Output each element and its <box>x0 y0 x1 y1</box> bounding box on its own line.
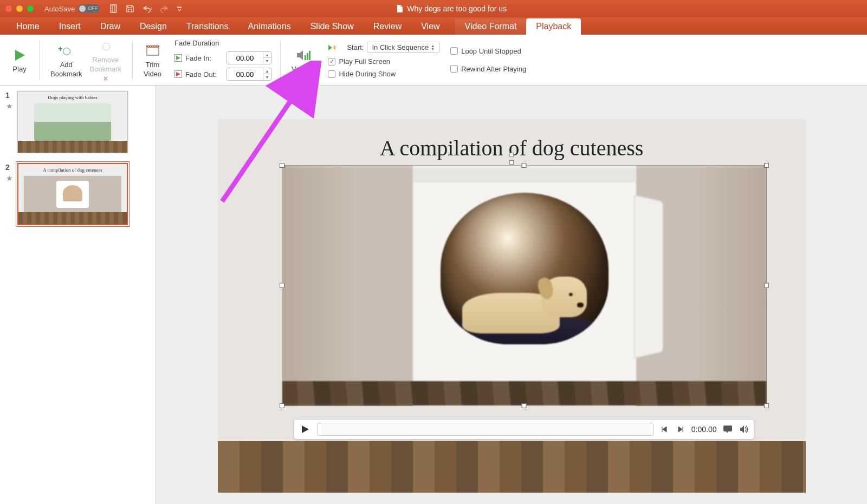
autosave-state: OFF <box>88 5 98 11</box>
undo-icon[interactable] <box>142 4 153 13</box>
loop-checkbox[interactable] <box>450 47 458 55</box>
title-handle-bottom[interactable] <box>509 160 514 165</box>
resize-handle-tm[interactable] <box>522 163 527 168</box>
resize-handle-bm[interactable] <box>522 403 527 408</box>
play-button[interactable]: Play <box>9 45 30 74</box>
play-full-screen-label: Play Full Screen <box>339 57 390 66</box>
window-controls <box>5 5 34 12</box>
window-minimize[interactable] <box>16 5 23 12</box>
loop-label: Loop Until Stopped <box>461 47 521 55</box>
trim-video-button[interactable]: Trim Video <box>141 41 164 79</box>
remove-bookmark-icon <box>98 41 113 51</box>
tab-video-format[interactable]: Video Format <box>455 18 527 35</box>
rewind-checkbox[interactable] <box>450 65 458 73</box>
window-close[interactable] <box>5 5 12 12</box>
fade-in-up[interactable]: ▲ <box>263 52 271 58</box>
resize-handle-br[interactable] <box>764 403 769 408</box>
thumbnail-1-row[interactable]: 1 ★ Dogs playing with babies <box>5 91 150 153</box>
slide-thumbnails-panel[interactable]: 1 ★ Dogs playing with babies 2 ★ A compi… <box>0 86 156 504</box>
add-bookmark-button[interactable]: Add Bookmark <box>48 41 85 79</box>
fade-out-down[interactable]: ▼ <box>263 74 271 80</box>
player-next-frame[interactable] <box>675 424 686 435</box>
hide-during-show-row[interactable]: Hide During Show <box>328 70 439 78</box>
slide-canvas[interactable]: A compilation of dog cuteness <box>218 119 806 493</box>
player-play-button[interactable] <box>299 423 312 436</box>
qat-customize-icon[interactable] <box>177 6 182 11</box>
window-maximize[interactable] <box>27 5 34 12</box>
tab-design[interactable]: Design <box>130 18 177 35</box>
svg-rect-12 <box>723 426 732 431</box>
fade-out-label: Fade Out: <box>185 70 223 78</box>
start-row: Start: In Click Sequence ▲▼ <box>328 42 439 53</box>
title-handle-top[interactable] <box>509 153 514 157</box>
document-title: Why dogs are too good for us <box>182 4 721 13</box>
add-bookmark-icon <box>59 45 74 56</box>
tab-home[interactable]: Home <box>7 18 49 35</box>
thumbnail-2-row[interactable]: 2 ★ A compilation of dog cuteness <box>5 163 150 225</box>
player-volume-button[interactable] <box>739 424 749 435</box>
loop-until-stopped-row[interactable]: Loop Until Stopped <box>450 47 526 55</box>
rewind-label: Rewind After Playing <box>461 65 526 73</box>
fade-in-input[interactable] <box>227 52 263 64</box>
fade-duration-group: Fade Duration Fade In: ▲▼ Fade Out: ▲▼ <box>174 39 271 81</box>
resize-handle-mr[interactable] <box>764 283 769 288</box>
dryer-graphic <box>412 166 637 407</box>
thumbnail-2-title: A compilation of dog cuteness <box>18 167 127 173</box>
tab-insert[interactable]: Insert <box>49 18 90 35</box>
svg-rect-5 <box>150 46 151 47</box>
tab-draw[interactable]: Draw <box>90 18 130 35</box>
svg-rect-4 <box>148 46 149 47</box>
ribbon-tabs: Home Insert Draw Design Transitions Anim… <box>0 17 867 35</box>
tab-view[interactable]: View <box>411 18 449 35</box>
autosave-control[interactable]: AutoSave OFF <box>44 4 100 13</box>
fade-out-spinner[interactable]: ▲▼ <box>227 68 271 81</box>
select-arrows-icon: ▲▼ <box>431 44 435 51</box>
slide-editor[interactable]: A compilation of dog cuteness <box>156 86 867 504</box>
save-icon[interactable] <box>126 4 134 13</box>
ribbon: Play Add Bookmark Remove Bookmark Trim V… <box>0 35 867 86</box>
hide-during-show-label: Hide During Show <box>339 70 396 78</box>
fade-in-label: Fade In: <box>185 54 223 62</box>
play-icon <box>12 48 27 63</box>
play-icon <box>300 424 310 434</box>
player-captions-button[interactable] <box>722 424 733 435</box>
fade-out-input[interactable] <box>227 68 263 80</box>
autosave-toggle[interactable]: OFF <box>78 4 100 13</box>
fade-in-spinner[interactable]: ▲▼ <box>227 51 271 64</box>
redo-icon[interactable] <box>160 4 169 13</box>
start-icon <box>328 44 338 51</box>
fade-out-icon <box>174 70 182 78</box>
resize-handle-bl[interactable] <box>280 403 284 408</box>
thumbnail-1[interactable]: Dogs playing with babies <box>17 91 128 153</box>
resize-handle-tr[interactable] <box>764 163 769 168</box>
thumbnail-2-number: 2 <box>5 163 13 172</box>
play-full-screen-checkbox[interactable]: ✓ <box>328 58 335 66</box>
rewind-after-playing-row[interactable]: Rewind After Playing <box>450 65 526 73</box>
player-prev-frame[interactable] <box>659 424 670 435</box>
volume-icon <box>295 48 312 63</box>
svg-rect-9 <box>305 55 306 60</box>
volume-button[interactable]: Volume <box>289 45 317 74</box>
tab-transitions[interactable]: Transitions <box>177 18 238 35</box>
resize-handle-tl[interactable] <box>280 163 284 168</box>
thumbnail-1-number: 1 <box>5 91 13 100</box>
video-player-bar: 0:00.00 <box>294 419 754 440</box>
workspace: 1 ★ Dogs playing with babies 2 ★ A compi… <box>0 86 867 504</box>
tab-animations[interactable]: Animations <box>238 18 301 35</box>
thumbnail-2[interactable]: A compilation of dog cuteness <box>17 163 128 225</box>
trim-video-icon <box>145 43 160 58</box>
presentation-icon <box>396 4 404 13</box>
tab-slideshow[interactable]: Slide Show <box>301 18 364 35</box>
play-full-screen-row[interactable]: ✓ Play Full Screen <box>328 57 439 66</box>
tab-review[interactable]: Review <box>364 18 411 35</box>
start-select[interactable]: In Click Sequence ▲▼ <box>367 42 439 53</box>
video-object[interactable] <box>282 165 767 406</box>
fade-in-down[interactable]: ▼ <box>263 58 271 64</box>
player-progress-bar[interactable] <box>317 423 654 436</box>
resize-handle-ml[interactable] <box>280 283 284 288</box>
hide-during-show-checkbox[interactable] <box>328 70 335 78</box>
thumbnail-1-star-icon: ★ <box>6 102 13 110</box>
tab-playback[interactable]: Playback <box>526 18 581 35</box>
fade-out-up[interactable]: ▲ <box>263 68 271 74</box>
file-icon[interactable] <box>109 4 118 13</box>
